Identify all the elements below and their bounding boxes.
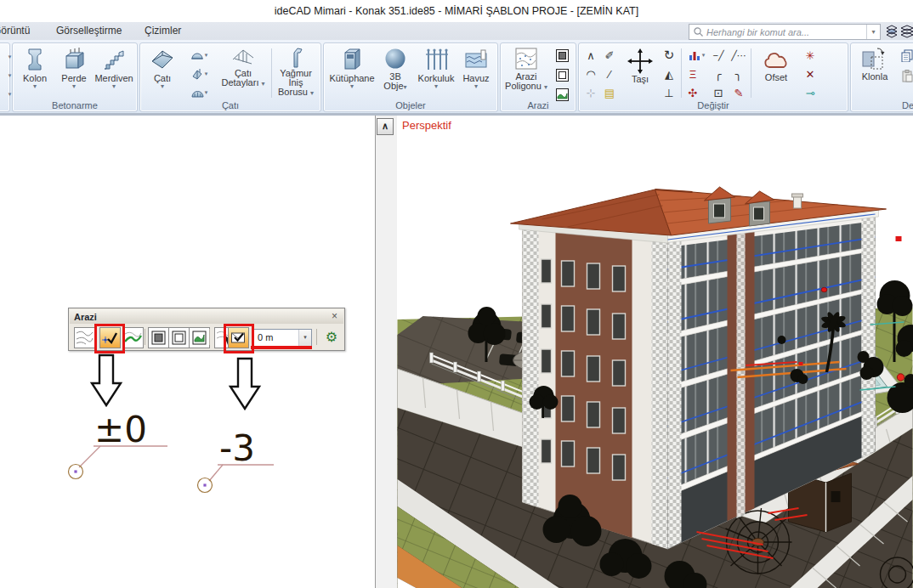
group-label-degistir: Değiştir — [579, 100, 848, 110]
chevron-down-icon[interactable]: ▾ — [298, 330, 311, 346]
perde-button[interactable]: Perde ▾ — [55, 46, 93, 89]
dome-roof-button[interactable]: ▾ — [184, 47, 213, 64]
redline-pen-button[interactable]: ✎ — [730, 84, 747, 101]
rain-pipe-icon — [285, 46, 307, 68]
perspective-viewport[interactable]: Perspektif — [397, 116, 913, 588]
dropdown-caret-icon: ▾ — [161, 83, 164, 89]
explode-button[interactable]: ✳ — [802, 47, 819, 64]
command-search[interactable]: Herhangi bir komut ara... ▾ — [689, 24, 881, 40]
beam-section-button[interactable]: Ξ — [684, 65, 701, 82]
ribbon-group-degistir: ∧ ◠ ⊹ ✐ ∕ ▤ Taşı ↻ ◭ ⊥ ▾ Ξ ✣ −╱ ╭ ⊡ ╱⋯ ╮… — [578, 42, 848, 112]
region-dark-button[interactable] — [148, 327, 169, 348]
dropdown-caret-icon: ▾ — [33, 83, 37, 89]
terrain-fill-light-button[interactable] — [553, 66, 570, 83]
region-light-icon — [169, 328, 189, 348]
terrain-contours-button[interactable] — [74, 327, 95, 348]
annotation-underline — [251, 346, 312, 349]
tab-gorsellestirme[interactable]: Görselleştirme — [51, 22, 127, 40]
paste-button[interactable] — [899, 67, 913, 84]
close-icon[interactable]: × — [328, 311, 341, 322]
railing-icon — [423, 46, 449, 73]
break-button[interactable]: ✕ — [802, 65, 819, 82]
dome-icon — [190, 48, 204, 62]
pool-icon — [463, 46, 489, 73]
yagmur-inis-borusu-button[interactable]: Yağmur İniş Borusu ▾ — [273, 46, 319, 97]
hatch-points-button[interactable]: ✣ — [684, 84, 701, 101]
stats-button[interactable]: ▾ — [684, 47, 708, 64]
workspace: ±0 -3 Arazi × — [0, 116, 913, 588]
tasi-button[interactable]: Taşı — [621, 48, 659, 84]
terrain-contours-icon — [75, 328, 94, 348]
extend-button[interactable]: ╱⋯ — [730, 47, 747, 64]
measure-pen-button[interactable]: ✐ — [601, 47, 618, 64]
ribbon-group-cut-left: ▾ ▾ ▾ — [0, 42, 10, 112]
terrain-settings-button[interactable]: ⚙ — [322, 327, 341, 347]
clone-icon — [860, 46, 889, 71]
collapse-pane-button[interactable]: ∧ — [377, 118, 394, 135]
terrain-green-icon — [555, 88, 570, 102]
tab-cizimler[interactable]: Çizimler — [139, 22, 186, 40]
arc-roof-button[interactable]: ▾ — [184, 84, 213, 101]
korkuluk-button[interactable]: Korkuluk ▾ — [414, 46, 458, 89]
annotation-box-2 — [224, 324, 254, 353]
terrain-curve-button[interactable] — [122, 327, 144, 348]
paste-icon — [900, 69, 913, 82]
fillet-button[interactable]: ╭ — [710, 65, 727, 82]
havuz-button[interactable]: Havuz ▾ — [458, 46, 494, 89]
arazi-toolbar[interactable]: Arazi × — [68, 308, 345, 351]
gear-icon: ⚙ — [326, 330, 337, 344]
group-label-cati: Çatı — [140, 100, 320, 110]
elevation-dropdown[interactable]: 0 m ▾ — [252, 329, 312, 347]
drawing-canvas[interactable]: ±0 -3 Arazi × — [0, 116, 376, 588]
angle-measure-button[interactable]: ∧ — [582, 47, 599, 64]
window-title: ideCAD Mimari - Konak 351.ide85 - MİMARİ… — [0, 0, 913, 22]
terrain-fill-dark-button[interactable] — [553, 47, 570, 64]
trim-button[interactable]: −╱ — [710, 47, 727, 64]
layers-arrow-icon[interactable] — [884, 24, 899, 38]
obje-3b-button[interactable]: 3B Obje▾ — [378, 46, 412, 91]
merdiven-button[interactable]: Merdiven ▾ — [94, 46, 133, 89]
move-axis-button[interactable]: ⊹ — [582, 84, 599, 101]
roof-window-icon — [190, 67, 204, 81]
marquee-edit-button[interactable]: ⊡ — [710, 84, 727, 101]
region-material-button[interactable] — [189, 327, 210, 348]
roof-icon — [150, 46, 175, 73]
arc-measure-button[interactable]: ◠ — [582, 65, 599, 82]
join-button[interactable]: ⊸ — [802, 84, 819, 101]
chamfer-button[interactable]: ╮ — [730, 65, 747, 82]
group-label-betonarme: Betonarme — [13, 100, 137, 110]
align-button[interactable]: ⊥ — [661, 84, 678, 101]
ribbon: ▾ ▾ ▾ Kolon ▾ Perde ▾ Merdiven — [0, 40, 913, 116]
rotate-button[interactable]: ↻ — [661, 47, 678, 64]
tab-goruntu[interactable]: Görüntü — [0, 22, 35, 40]
terrain-light-icon — [555, 68, 570, 82]
copy-icon — [900, 48, 913, 62]
layers-icon[interactable] — [899, 24, 913, 38]
tutorial-arrow-2 — [230, 359, 259, 409]
search-dropdown-caret[interactable]: ▾ — [866, 25, 880, 39]
region-light-button[interactable] — [168, 327, 190, 348]
ofset-button[interactable]: Ofset — [754, 48, 798, 82]
arazi-toolbar-titlebar[interactable]: Arazi × — [70, 309, 343, 324]
pane-splitter[interactable]: ∧ — [376, 116, 399, 588]
copy-button[interactable] — [899, 47, 913, 64]
mirror-button[interactable]: ◭ — [661, 65, 678, 82]
window-titlebar: ideCAD Mimari - Konak 351.ide85 - MİMARİ… — [0, 0, 913, 22]
column-icon — [22, 46, 48, 73]
kutuphane-button[interactable]: Kütüphane ▾ — [327, 46, 377, 89]
cati-detaylari-button[interactable]: Çatı Detayları ▾ — [218, 46, 268, 88]
cabinet-icon — [339, 46, 365, 73]
klonla-button[interactable]: Klonla — [854, 46, 895, 82]
region-dark-icon — [149, 328, 168, 348]
terrain-curve-icon — [123, 328, 143, 348]
cati-button[interactable]: Çatı ▾ — [144, 46, 181, 89]
eyedropper-button[interactable]: ∕ — [601, 65, 618, 82]
ribbon-group-cut-right: Klonla De — [850, 42, 913, 112]
arazi-poligonu-button[interactable]: Arazi Poligonu ▾ — [502, 46, 550, 91]
move-cross-icon — [627, 48, 653, 74]
scene-3d[interactable] — [397, 116, 913, 588]
roof-window-button[interactable]: ▾ — [184, 65, 213, 82]
ribbon-group-arazi: Arazi Poligonu ▾ Arazi — [500, 42, 576, 112]
kolon-button[interactable]: Kolon ▾ — [16, 46, 54, 89]
note-button[interactable]: ▤ — [601, 84, 618, 101]
